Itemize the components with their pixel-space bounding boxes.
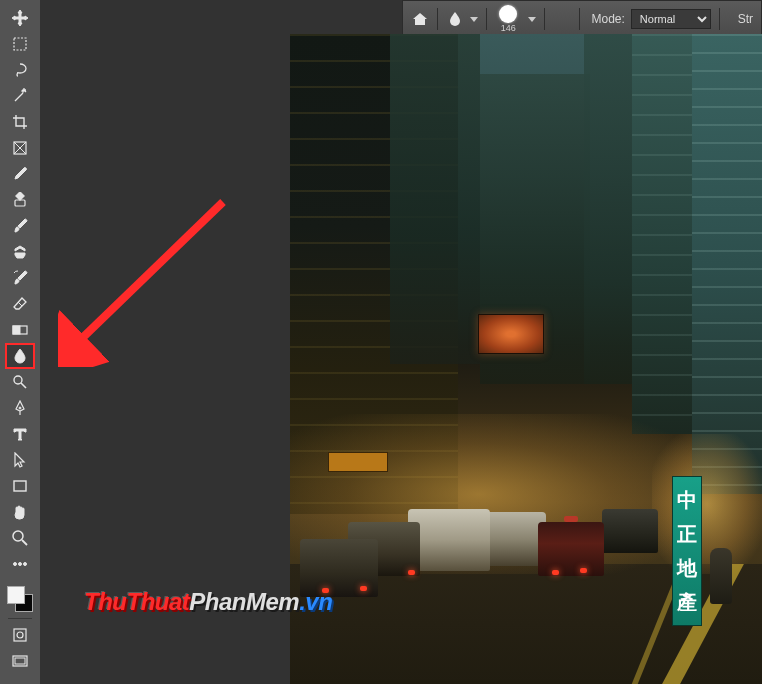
screen-mode[interactable] bbox=[6, 649, 34, 673]
brush-panel-toggle[interactable] bbox=[553, 8, 571, 30]
eraser-tool[interactable] bbox=[6, 292, 34, 316]
gradient-tool[interactable] bbox=[6, 318, 34, 342]
document-canvas[interactable]: 中 正 地 產 bbox=[290, 34, 762, 684]
frame-tool[interactable] bbox=[6, 136, 34, 160]
options-bar: 146 Mode: Normal Str bbox=[402, 0, 762, 38]
move-tool[interactable] bbox=[6, 6, 34, 30]
svg-point-7 bbox=[19, 407, 21, 409]
svg-rect-0 bbox=[14, 38, 26, 50]
crop-tool[interactable] bbox=[6, 110, 34, 134]
color-swatches[interactable] bbox=[5, 584, 35, 614]
blend-mode-select[interactable]: Normal bbox=[631, 9, 711, 29]
svg-point-6 bbox=[14, 376, 22, 384]
vertical-sign: 中 正 地 產 bbox=[672, 476, 702, 626]
watermark: ThuThuatPhanMem.vn bbox=[84, 588, 332, 616]
svg-line-18 bbox=[73, 202, 223, 347]
history-brush-tool[interactable] bbox=[6, 266, 34, 290]
brush-picker-dropdown[interactable] bbox=[528, 17, 536, 22]
home-button[interactable] bbox=[411, 8, 429, 30]
zoom-tool[interactable] bbox=[6, 526, 34, 550]
svg-rect-5 bbox=[13, 326, 20, 334]
watermark-part1: ThuThuat bbox=[84, 588, 189, 615]
svg-rect-8 bbox=[14, 481, 26, 491]
mode-label: Mode: bbox=[592, 12, 625, 26]
tools-panel bbox=[0, 0, 40, 684]
artboard-tool[interactable] bbox=[6, 32, 34, 56]
type-tool[interactable] bbox=[6, 422, 34, 446]
svg-point-9 bbox=[13, 531, 23, 541]
watermark-part2: PhanMem bbox=[189, 588, 299, 615]
path-selection-tool[interactable] bbox=[6, 448, 34, 472]
svg-rect-16 bbox=[15, 658, 25, 664]
tool-preset-dropdown[interactable] bbox=[470, 17, 478, 22]
svg-point-10 bbox=[14, 563, 17, 566]
svg-rect-2 bbox=[16, 192, 24, 200]
pen-tool[interactable] bbox=[6, 396, 34, 420]
tool-preset-icon[interactable] bbox=[446, 8, 464, 30]
brush-tool[interactable] bbox=[6, 214, 34, 238]
svg-rect-17 bbox=[556, 13, 568, 25]
watermark-part3: .vn bbox=[299, 588, 332, 615]
svg-point-14 bbox=[17, 632, 23, 638]
brush-preview[interactable]: 146 bbox=[494, 5, 522, 33]
clone-stamp-tool[interactable] bbox=[6, 240, 34, 264]
hand-tool[interactable] bbox=[6, 500, 34, 524]
quick-mask-mode[interactable] bbox=[6, 623, 34, 647]
svg-point-11 bbox=[19, 563, 22, 566]
brush-dot-icon bbox=[499, 5, 517, 23]
healing-brush-tool[interactable] bbox=[6, 188, 34, 212]
magic-wand-tool[interactable] bbox=[6, 84, 34, 108]
blur-tool[interactable] bbox=[6, 344, 34, 368]
annotation-arrow bbox=[58, 192, 233, 367]
foreground-color-swatch[interactable] bbox=[7, 586, 25, 604]
eyedropper-tool[interactable] bbox=[6, 162, 34, 186]
svg-rect-13 bbox=[14, 629, 26, 641]
more-tools[interactable] bbox=[6, 552, 34, 576]
dodge-tool[interactable] bbox=[6, 370, 34, 394]
svg-point-12 bbox=[24, 563, 27, 566]
lasso-tool[interactable] bbox=[6, 58, 34, 82]
strength-label: Str bbox=[738, 12, 753, 26]
brush-size-value: 146 bbox=[501, 23, 516, 33]
rectangle-tool[interactable] bbox=[6, 474, 34, 498]
